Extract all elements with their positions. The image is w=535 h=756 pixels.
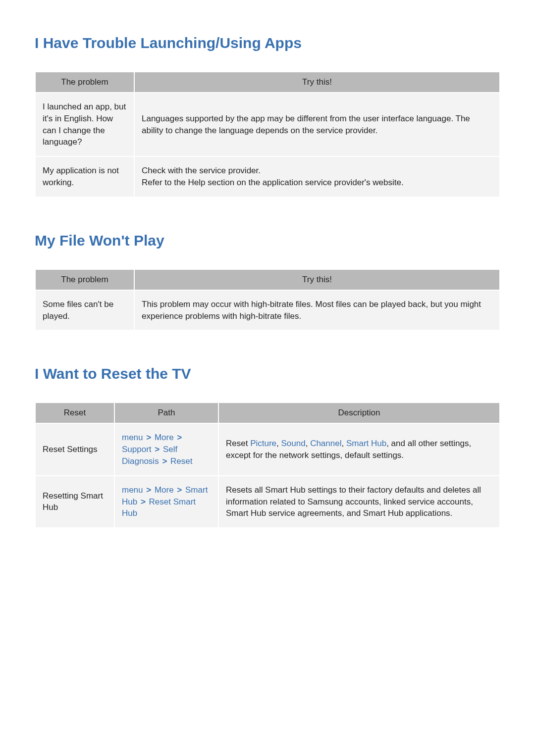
th-path: Path xyxy=(114,403,218,423)
section-apps: I Have Trouble Launching/Using Apps The … xyxy=(35,35,500,198)
desc-text: Reset xyxy=(226,439,250,448)
chevron-right-icon: > xyxy=(143,485,155,495)
chevron-right-icon: > xyxy=(159,456,170,466)
inline-link: Smart Hub xyxy=(346,439,386,448)
path-segment: Reset xyxy=(170,456,192,466)
th-problem: The problem xyxy=(35,72,134,93)
table-apps: The problem Try this! I launched an app,… xyxy=(35,71,500,198)
section-title-reset: I Want to Reset the TV xyxy=(35,365,500,382)
cell-problem: My application is not working. xyxy=(35,156,134,197)
path-segment: Support xyxy=(122,445,152,454)
cell-try: Languages supported by the app may be di… xyxy=(134,93,500,156)
desc-text: Resets all Smart Hub settings to their f… xyxy=(226,485,481,518)
th-try: Try this! xyxy=(134,269,500,290)
table-row: Reset Settings menu > More > Support > S… xyxy=(35,423,500,475)
path-segment: menu xyxy=(122,433,143,442)
path-segment: More xyxy=(155,485,174,495)
cell-desc: Reset Picture, Sound, Channel, Smart Hub… xyxy=(218,423,500,475)
table-row: I launched an app, but it's in English. … xyxy=(35,93,500,156)
section-title-file: My File Won't Play xyxy=(35,232,500,249)
th-desc: Description xyxy=(218,403,500,423)
table-row: Resetting Smart Hub menu > More > Smart … xyxy=(35,476,500,528)
th-reset: Reset xyxy=(35,403,114,423)
path-segment: More xyxy=(155,433,174,442)
cell-path: menu > More > Smart Hub > Reset Smart Hu… xyxy=(114,476,218,528)
chevron-right-icon: > xyxy=(152,445,163,454)
table-reset: Reset Path Description Reset Settings me… xyxy=(35,402,500,528)
inline-link: Sound xyxy=(281,439,306,448)
section-reset: I Want to Reset the TV Reset Path Descri… xyxy=(35,365,500,528)
desc-text: , xyxy=(306,439,310,448)
section-file: My File Won't Play The problem Try this!… xyxy=(35,232,500,331)
chevron-right-icon: > xyxy=(137,497,149,506)
cell-reset: Resetting Smart Hub xyxy=(35,476,114,528)
table-file: The problem Try this! Some files can't b… xyxy=(35,269,500,331)
section-title-apps: I Have Trouble Launching/Using Apps xyxy=(35,35,500,51)
cell-path: menu > More > Support > Self Diagnosis >… xyxy=(114,423,218,475)
desc-text: , xyxy=(276,439,281,448)
th-problem: The problem xyxy=(35,269,134,290)
cell-reset: Reset Settings xyxy=(35,423,114,475)
table-row: My application is not working. Check wit… xyxy=(35,156,500,197)
cell-try: This problem may occur with high-bitrate… xyxy=(134,290,500,331)
chevron-right-icon: > xyxy=(174,433,183,442)
chevron-right-icon: > xyxy=(174,485,185,495)
path-segment: menu xyxy=(122,485,143,495)
inline-link: Picture xyxy=(250,439,276,448)
cell-problem: I launched an app, but it's in English. … xyxy=(35,93,134,156)
chevron-right-icon: > xyxy=(143,433,155,442)
desc-text: , xyxy=(341,439,346,448)
cell-desc: Resets all Smart Hub settings to their f… xyxy=(218,476,500,528)
cell-try: Check with the service provider. Refer t… xyxy=(134,156,500,197)
th-try: Try this! xyxy=(134,72,500,93)
inline-link: Channel xyxy=(310,439,341,448)
table-row: Some files can't be played. This problem… xyxy=(35,290,500,331)
cell-problem: Some files can't be played. xyxy=(35,290,134,331)
